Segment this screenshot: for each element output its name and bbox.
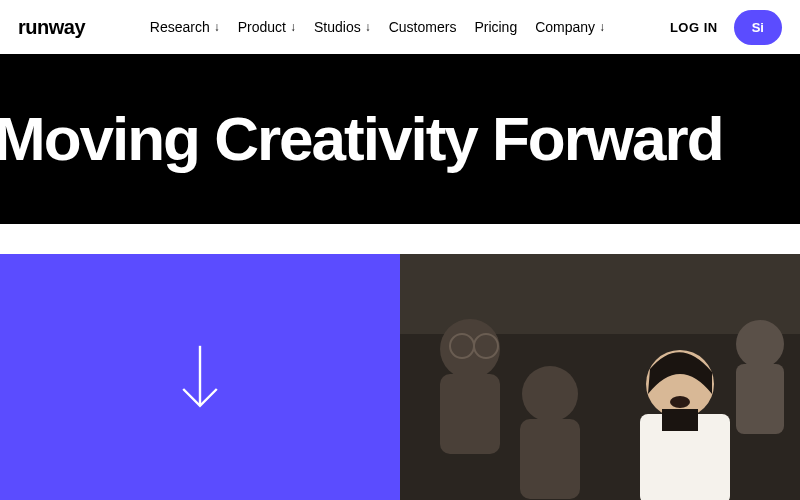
nav-research-label: Research [150, 19, 210, 35]
scroll-cue-panel[interactable] [0, 254, 400, 500]
nav-studios[interactable]: Studios ↓ [314, 19, 371, 35]
svg-rect-9 [662, 409, 698, 431]
signup-button[interactable]: Si [734, 10, 782, 45]
svg-point-11 [736, 320, 784, 368]
arrow-down-icon [176, 341, 224, 413]
chevron-down-icon: ↓ [365, 20, 371, 34]
auth-section: LOG IN Si [670, 10, 782, 45]
site-header: runway Research ↓ Product ↓ Studios ↓ Cu… [0, 0, 800, 54]
nav-company[interactable]: Company ↓ [535, 19, 605, 35]
nav-pricing-label: Pricing [474, 19, 517, 35]
nav-customers-label: Customers [389, 19, 457, 35]
svg-rect-6 [520, 419, 580, 499]
content-panels [0, 254, 800, 500]
svg-point-5 [522, 366, 578, 422]
svg-point-3 [440, 319, 500, 379]
chevron-down-icon: ↓ [290, 20, 296, 34]
svg-point-10 [670, 396, 690, 408]
nav-studios-label: Studios [314, 19, 361, 35]
nav-product-label: Product [238, 19, 286, 35]
nav-customers[interactable]: Customers [389, 19, 457, 35]
nav-research[interactable]: Research ↓ [150, 19, 220, 35]
main-nav: Research ↓ Product ↓ Studios ↓ Customers… [150, 19, 605, 35]
chevron-down-icon: ↓ [599, 20, 605, 34]
hero-headline: Moving Creativity Forward [0, 108, 723, 170]
svg-rect-4 [440, 374, 500, 454]
svg-rect-12 [736, 364, 784, 434]
hero-photo [400, 254, 800, 500]
chevron-down-icon: ↓ [214, 20, 220, 34]
hero-section: Moving Creativity Forward [0, 54, 800, 224]
nav-company-label: Company [535, 19, 595, 35]
nav-product[interactable]: Product ↓ [238, 19, 296, 35]
nav-pricing[interactable]: Pricing [474, 19, 517, 35]
brand-logo[interactable]: runway [18, 16, 85, 39]
spacer [0, 224, 800, 254]
people-photo-placeholder [400, 254, 800, 500]
login-link[interactable]: LOG IN [670, 20, 718, 35]
